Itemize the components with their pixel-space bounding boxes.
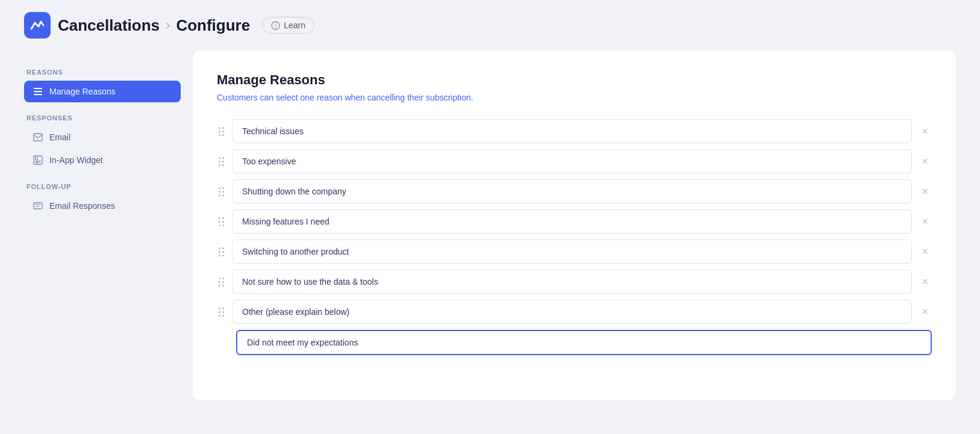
remove-reason-button[interactable]: ×	[918, 304, 932, 320]
svg-rect-8	[36, 161, 41, 162]
app-name: Cancellations	[58, 16, 160, 35]
sidebar-section-responses: RESPONSES	[24, 114, 181, 122]
breadcrumb-separator: ›	[166, 17, 170, 33]
new-reason-input[interactable]	[236, 330, 932, 355]
sidebar-item-email-label: Email	[49, 132, 70, 142]
content-subtitle: Customers can select one reason when can…	[217, 93, 932, 102]
list-icon	[33, 86, 43, 97]
sidebar-item-in-app-widget-label: In-App Widget	[49, 155, 103, 165]
reason-text: Missing features I need	[232, 209, 912, 234]
svg-rect-10	[34, 203, 42, 209]
remove-reason-button[interactable]: ×	[918, 274, 932, 290]
drag-handle[interactable]	[217, 186, 226, 197]
sidebar-item-email-responses[interactable]: Email Responses	[24, 195, 181, 217]
sidebar-item-manage-reasons-label: Manage Reasons	[49, 87, 116, 96]
drag-handle[interactable]	[217, 216, 226, 228]
remove-reason-button[interactable]: ×	[918, 123, 932, 139]
drag-handle[interactable]	[217, 276, 226, 288]
reason-text: Shutting down the company	[232, 179, 912, 203]
svg-rect-9	[36, 163, 39, 164]
sidebar-item-manage-reasons[interactable]: Manage Reasons	[24, 81, 181, 102]
drag-handle[interactable]	[217, 246, 226, 258]
reason-list: Technical issues × Too expensive × Shutt…	[217, 119, 932, 324]
app-logo	[24, 12, 51, 39]
reason-row: Too expensive ×	[217, 149, 932, 173]
reason-row: Other (please explain below) ×	[217, 300, 932, 324]
reason-row: Not sure how to use the data & tools ×	[217, 270, 932, 294]
email-responses-icon	[33, 200, 43, 211]
svg-rect-7	[36, 158, 38, 160]
svg-rect-5	[34, 134, 42, 141]
breadcrumb: Cancellations › Configure	[58, 16, 250, 35]
reason-text: Technical issues	[232, 119, 912, 143]
sidebar-item-email[interactable]: Email	[24, 126, 181, 148]
svg-text:?: ?	[274, 23, 277, 29]
sidebar-section-reasons: REASONS	[24, 69, 181, 76]
sidebar-section-follow-up: FOLLOW-UP	[24, 183, 181, 190]
sidebar-item-in-app-widget[interactable]: In-App Widget	[24, 149, 181, 171]
svg-rect-4	[34, 94, 42, 95]
reason-text: Too expensive	[232, 149, 912, 173]
email-icon	[33, 132, 43, 143]
sidebar-item-email-responses-label: Email Responses	[49, 201, 115, 211]
header: Cancellations › Configure ? Learn	[0, 0, 980, 51]
reason-row: Technical issues ×	[217, 119, 932, 143]
reason-text: Switching to another product	[232, 240, 912, 264]
learn-button[interactable]: ? Learn	[262, 17, 314, 34]
reason-row: Switching to another product ×	[217, 240, 932, 264]
svg-rect-2	[34, 88, 42, 89]
drag-handle[interactable]	[217, 156, 226, 167]
main-layout: REASONS Manage Reasons RESPONSES Email	[0, 51, 980, 424]
new-reason-row	[217, 330, 932, 355]
remove-reason-button[interactable]: ×	[918, 153, 932, 169]
remove-reason-button[interactable]: ×	[918, 214, 932, 229]
widget-icon	[33, 155, 43, 166]
reason-row: Missing features I need ×	[217, 209, 932, 234]
reason-text: Not sure how to use the data & tools	[232, 270, 912, 294]
reason-text: Other (please explain below)	[232, 300, 912, 324]
drag-handle[interactable]	[217, 306, 226, 318]
drag-handle[interactable]	[217, 126, 226, 137]
reason-row: Shutting down the company ×	[217, 179, 932, 203]
svg-rect-3	[34, 91, 42, 92]
sidebar: REASONS Manage Reasons RESPONSES Email	[24, 51, 181, 400]
page-name: Configure	[176, 16, 250, 35]
content-area: Manage Reasons Customers can select one …	[193, 51, 956, 400]
help-circle-icon: ?	[271, 21, 280, 30]
remove-reason-button[interactable]: ×	[918, 244, 932, 259]
content-title: Manage Reasons	[217, 72, 932, 88]
remove-reason-button[interactable]: ×	[918, 184, 932, 199]
